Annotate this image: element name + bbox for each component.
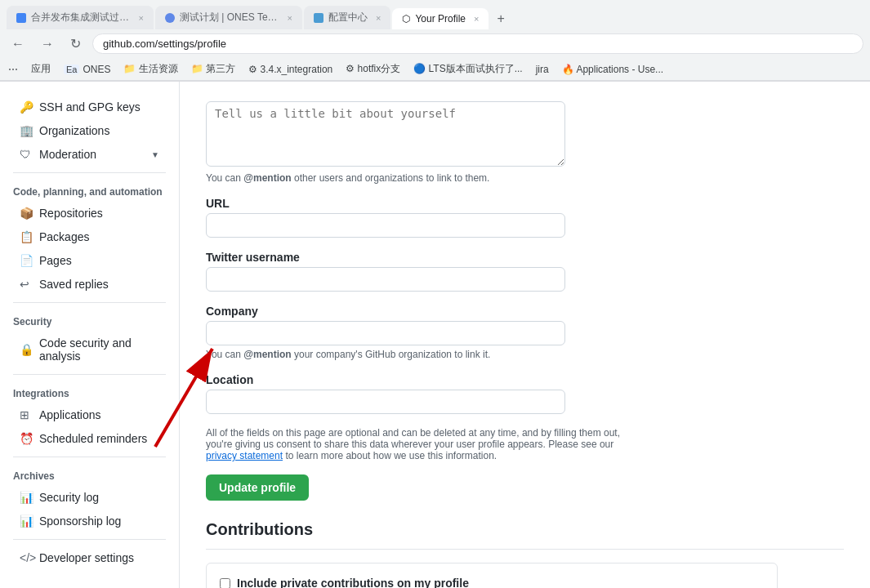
key-icon: 🔑	[20, 100, 33, 114]
twitter-field-group: Twitter username	[206, 251, 844, 292]
sidebar-label-code-security: Code security and analysis	[39, 336, 159, 363]
mod-icon: 🛡	[20, 148, 33, 161]
tab-1[interactable]: 合并发布集成测试过程管理 | O! ×	[7, 6, 154, 29]
tab-1-close[interactable]: ×	[139, 13, 144, 23]
sidebar-item-repositories[interactable]: 📦 Repositories	[7, 202, 172, 225]
sidebar-label-pages: Pages	[39, 254, 72, 267]
sidebar-label-organizations: Organizations	[39, 124, 109, 137]
sidebar-label-applications: Applications	[39, 408, 101, 421]
divider-2	[13, 302, 166, 303]
sidebar-label-ssh: SSH and GPG keys	[39, 100, 141, 114]
bio-field-group: You can @mention other users and organiz…	[206, 101, 844, 184]
bookmark-integration[interactable]: ⚙ 3.4.x_integration	[245, 62, 336, 77]
security-log-icon: 📊	[20, 491, 33, 504]
reply-icon: ↩	[20, 278, 33, 291]
apps-icon: ⋯	[8, 64, 18, 75]
location-input[interactable]	[206, 390, 565, 414]
company-field-group: Company You can @mention your company's …	[206, 305, 844, 360]
sidebar-label-security-log: Security log	[39, 491, 99, 504]
location-field-group: Location	[206, 373, 844, 414]
repo-icon: 📦	[20, 207, 33, 220]
sidebar-item-saved-replies[interactable]: ↩ Saved replies	[7, 273, 172, 296]
new-tab-button[interactable]: +	[490, 8, 511, 29]
tab-2-close[interactable]: ×	[288, 13, 292, 23]
url-input[interactable]	[206, 213, 565, 238]
update-profile-section: Update profile	[206, 474, 844, 501]
sidebar-label-saved-replies: Saved replies	[39, 278, 109, 291]
sidebar-item-developer-settings[interactable]: </> Developer settings	[7, 546, 172, 569]
section-archives-label: Archives	[0, 464, 179, 485]
tab-3-close[interactable]: ×	[376, 13, 381, 23]
contributions-title: Contributions	[206, 520, 844, 550]
privacy-statement-link[interactable]: privacy statement	[206, 450, 283, 461]
refresh-button[interactable]: ↻	[65, 33, 86, 55]
back-button[interactable]: ←	[7, 33, 29, 55]
sidebar-item-packages[interactable]: 📋 Packages	[7, 225, 172, 248]
company-input[interactable]	[206, 321, 565, 345]
bookmark-life[interactable]: 📁 生活资源	[120, 60, 181, 78]
tab-2-icon	[165, 13, 175, 23]
bookmark-third[interactable]: 📁 第三方	[188, 60, 239, 78]
tab-4-title: Your Profile	[415, 13, 466, 24]
twitter-label: Twitter username	[206, 251, 844, 264]
url-bar[interactable]: github.com/settings/profile	[92, 33, 863, 54]
tab-2[interactable]: 测试计划 | ONES TestCase ×	[155, 6, 302, 29]
moderation-chevron: ▼	[151, 150, 159, 159]
app-icon: ⊞	[20, 408, 33, 421]
url-field-group: URL	[206, 197, 844, 238]
divider-1	[13, 172, 166, 173]
tab-4-close[interactable]: ×	[474, 14, 479, 24]
bookmark-lts[interactable]: 🔵 LTS版本面试执行了...	[410, 60, 525, 78]
sponsorship-log-icon: 📊	[20, 514, 33, 528]
tab-4[interactable]: ⬡ Your Profile ×	[392, 8, 489, 29]
tab-3[interactable]: 配置中心 ×	[304, 6, 390, 29]
sidebar-label-sponsorship-log: Sponsorship log	[39, 514, 121, 528]
sidebar-label-moderation: Moderation	[39, 148, 96, 161]
private-contributions-checkbox[interactable]	[220, 578, 230, 588]
bookmark-applications[interactable]: 🔥 Applications - Use...	[559, 62, 667, 77]
pages-icon: 📄	[20, 254, 33, 267]
private-contributions-content: Include private contributions on my prof…	[237, 577, 764, 588]
forward-button[interactable]: →	[36, 33, 59, 55]
private-contributions-row: Include private contributions on my prof…	[220, 577, 764, 588]
sidebar-label-scheduled-reminders: Scheduled reminders	[39, 432, 147, 445]
divider-3	[13, 374, 166, 375]
sidebar-item-organizations[interactable]: 🏢 Organizations	[7, 119, 172, 142]
bookmark-ones[interactable]: Ea ONES	[60, 62, 114, 77]
org-icon: 🏢	[20, 124, 33, 137]
twitter-input[interactable]	[206, 267, 565, 292]
page-wrapper: 合并发布集成测试过程管理 | O! × 测试计划 | ONES TestCase…	[0, 0, 870, 588]
code-icon: </>	[20, 551, 33, 564]
bio-input[interactable]	[206, 101, 565, 167]
tab-1-icon	[16, 13, 26, 23]
sidebar-item-security-log[interactable]: 📊 Security log	[7, 486, 172, 509]
update-profile-button[interactable]: Update profile	[206, 474, 309, 501]
sidebar-item-ssh[interactable]: 🔑 SSH and GPG keys	[7, 96, 172, 118]
tab-bar: 合并发布集成测试过程管理 | O! × 测试计划 | ONES TestCase…	[0, 0, 870, 29]
tab-1-title: 合并发布集成测试过程管理 | O!	[31, 11, 131, 24]
bookmark-apps[interactable]: 应用	[28, 60, 54, 78]
private-contributions-label: Include private contributions on my prof…	[237, 577, 764, 588]
github-favicon: ⬡	[402, 13, 410, 24]
sidebar-item-scheduled-reminders[interactable]: ⏰ Scheduled reminders	[7, 427, 172, 450]
sidebar-label-repositories: Repositories	[39, 207, 103, 220]
section-integrations-label: Integrations	[0, 381, 179, 403]
section-code-label: Code, planning, and automation	[0, 180, 179, 201]
sidebar-item-moderation[interactable]: 🛡 Moderation ▼	[7, 143, 172, 166]
sidebar-item-pages[interactable]: 📄 Pages	[7, 249, 172, 272]
contributions-section: Contributions Include private contributi…	[206, 520, 844, 588]
sidebar-item-code-security[interactable]: 🔒 Code security and analysis	[7, 332, 172, 368]
tab-3-icon	[314, 13, 323, 23]
bookmark-jira[interactable]: jira	[533, 62, 552, 77]
bookmark-hotfix[interactable]: ⚙ hotfix分支	[342, 60, 404, 78]
contributions-box: Include private contributions on my prof…	[206, 563, 778, 588]
company-label: Company	[206, 305, 844, 318]
sidebar: 🔑 SSH and GPG keys 🏢 Organizations 🛡 Mod…	[0, 82, 180, 588]
sidebar-item-sponsorship-log[interactable]: 📊 Sponsorship log	[7, 510, 172, 532]
company-hint: You can @mention your company's GitHub o…	[206, 349, 565, 360]
tab-3-title: 配置中心	[328, 11, 368, 24]
tab-2-title: 测试计划 | ONES TestCase	[180, 11, 279, 24]
sidebar-item-applications[interactable]: ⊞ Applications	[7, 403, 172, 426]
main-content: You can @mention other users and organiz…	[180, 82, 870, 588]
divider-5	[13, 539, 166, 540]
